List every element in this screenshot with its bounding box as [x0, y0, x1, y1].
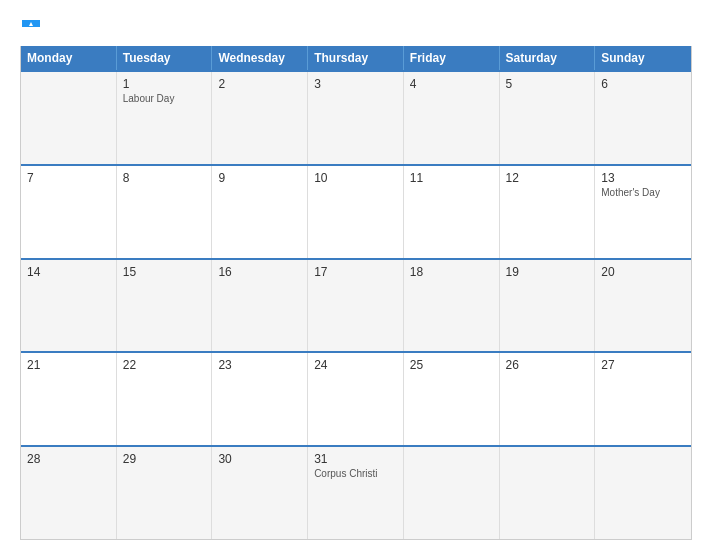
cell-event-label: Labour Day	[123, 93, 206, 104]
cell-date-number: 4	[410, 77, 493, 91]
calendar-cell: 20	[595, 260, 691, 352]
cell-date-number: 13	[601, 171, 685, 185]
calendar-cell: 24	[308, 353, 404, 445]
cell-date-number: 3	[314, 77, 397, 91]
calendar-cell: 3	[308, 72, 404, 164]
calendar-cell: 8	[117, 166, 213, 258]
calendar-cell: 5	[500, 72, 596, 164]
calendar-cell: 28	[21, 447, 117, 539]
cell-event-label: Mother's Day	[601, 187, 685, 198]
cell-date-number: 28	[27, 452, 110, 466]
cell-date-number: 27	[601, 358, 685, 372]
calendar-header: MondayTuesdayWednesdayThursdayFridaySatu…	[21, 46, 691, 70]
cell-date-number: 7	[27, 171, 110, 185]
calendar-cell: 12	[500, 166, 596, 258]
cell-date-number: 22	[123, 358, 206, 372]
calendar-cell: 11	[404, 166, 500, 258]
header-day-friday: Friday	[404, 46, 500, 70]
cell-event-label: Corpus Christi	[314, 468, 397, 479]
cell-date-number: 15	[123, 265, 206, 279]
cell-date-number: 6	[601, 77, 685, 91]
cell-date-number: 21	[27, 358, 110, 372]
cell-date-number: 19	[506, 265, 589, 279]
calendar-cell: 23	[212, 353, 308, 445]
header-day-sunday: Sunday	[595, 46, 691, 70]
cell-date-number: 14	[27, 265, 110, 279]
calendar-week-1: 1Labour Day23456	[21, 70, 691, 164]
cell-date-number: 1	[123, 77, 206, 91]
cell-date-number: 18	[410, 265, 493, 279]
calendar-cell: 10	[308, 166, 404, 258]
cell-date-number: 10	[314, 171, 397, 185]
calendar-cell: 17	[308, 260, 404, 352]
calendar-body: 1Labour Day2345678910111213Mother's Day1…	[21, 70, 691, 539]
cell-date-number: 20	[601, 265, 685, 279]
calendar-cell	[404, 447, 500, 539]
calendar-cell: 7	[21, 166, 117, 258]
calendar-week-4: 21222324252627	[21, 351, 691, 445]
header-day-tuesday: Tuesday	[117, 46, 213, 70]
cell-date-number: 25	[410, 358, 493, 372]
cell-date-number: 24	[314, 358, 397, 372]
calendar-cell: 15	[117, 260, 213, 352]
calendar-cell: 30	[212, 447, 308, 539]
calendar-page: MondayTuesdayWednesdayThursdayFridaySatu…	[0, 0, 712, 550]
cell-date-number: 17	[314, 265, 397, 279]
calendar-cell: 16	[212, 260, 308, 352]
cell-date-number: 23	[218, 358, 301, 372]
logo	[20, 20, 40, 34]
header-day-wednesday: Wednesday	[212, 46, 308, 70]
calendar-cell: 9	[212, 166, 308, 258]
calendar-cell: 19	[500, 260, 596, 352]
calendar-week-3: 14151617181920	[21, 258, 691, 352]
header-day-saturday: Saturday	[500, 46, 596, 70]
calendar-cell: 21	[21, 353, 117, 445]
calendar-cell: 18	[404, 260, 500, 352]
cell-date-number: 29	[123, 452, 206, 466]
header-day-thursday: Thursday	[308, 46, 404, 70]
cell-date-number: 2	[218, 77, 301, 91]
calendar-cell: 31Corpus Christi	[308, 447, 404, 539]
cell-date-number: 26	[506, 358, 589, 372]
header-day-monday: Monday	[21, 46, 117, 70]
calendar-cell: 6	[595, 72, 691, 164]
calendar-week-2: 78910111213Mother's Day	[21, 164, 691, 258]
calendar-cell: 26	[500, 353, 596, 445]
calendar-cell: 13Mother's Day	[595, 166, 691, 258]
calendar-cell	[21, 72, 117, 164]
cell-date-number: 8	[123, 171, 206, 185]
calendar-week-5: 28293031Corpus Christi	[21, 445, 691, 539]
calendar-cell	[595, 447, 691, 539]
logo-flag-icon	[22, 20, 40, 34]
svg-rect-1	[22, 27, 40, 34]
cell-date-number: 11	[410, 171, 493, 185]
cell-date-number: 30	[218, 452, 301, 466]
cell-date-number: 12	[506, 171, 589, 185]
page-header	[20, 20, 692, 34]
calendar-cell: 22	[117, 353, 213, 445]
cell-date-number: 31	[314, 452, 397, 466]
cell-date-number: 16	[218, 265, 301, 279]
calendar-cell	[500, 447, 596, 539]
calendar-cell: 14	[21, 260, 117, 352]
cell-date-number: 9	[218, 171, 301, 185]
calendar-cell: 27	[595, 353, 691, 445]
calendar-cell: 2	[212, 72, 308, 164]
calendar-cell: 4	[404, 72, 500, 164]
cell-date-number: 5	[506, 77, 589, 91]
calendar-cell: 25	[404, 353, 500, 445]
calendar-cell: 29	[117, 447, 213, 539]
calendar-cell: 1Labour Day	[117, 72, 213, 164]
calendar-grid: MondayTuesdayWednesdayThursdayFridaySatu…	[20, 46, 692, 540]
